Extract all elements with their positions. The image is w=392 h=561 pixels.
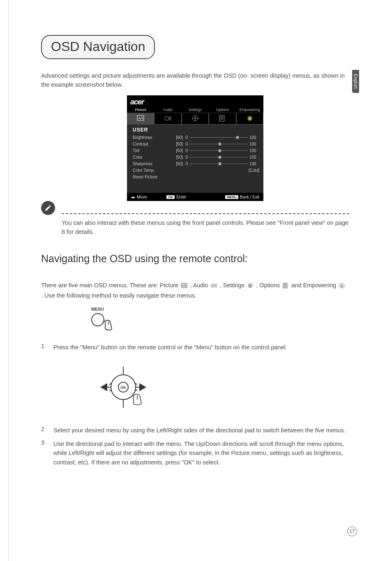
subheading: Navigating the OSD using the remote cont…: [41, 253, 349, 265]
directional-pad-figure: OK: [86, 362, 349, 413]
menus-description: There are five main OSD menus. These are…: [41, 281, 349, 300]
osd-row-max: 100: [249, 155, 259, 159]
osd-tab-settings: Settings: [182, 106, 209, 113]
osd-row-min: 0: [183, 155, 188, 159]
empowering-icon: e: [236, 113, 263, 125]
ok-label: OK: [120, 386, 126, 390]
step-1-text: Press the "Menu" button on the remote co…: [53, 343, 349, 352]
audio-icon: [211, 282, 217, 291]
acer-logo: acer: [130, 98, 260, 106]
menu-label: MENU: [91, 307, 349, 312]
note-text: You can also interact with these menus u…: [62, 218, 349, 237]
svg-point-24: [92, 314, 104, 326]
osd-row-label: Brightness: [133, 135, 169, 140]
step-3-number: 3: [41, 439, 47, 467]
osd-tab-empowering: Empowering: [236, 106, 263, 113]
osd-tab-audio: Audio: [154, 106, 181, 113]
osd-slider-row: Brightness[80]0100: [133, 134, 259, 141]
osd-tab-options: Options: [209, 106, 236, 113]
osd-slider-row: Contrast[50]0100: [133, 141, 259, 148]
language-tab: English: [352, 70, 359, 93]
osd-row-value: [50]: [169, 148, 183, 153]
pencil-note-icon: [41, 201, 55, 215]
osd-row-min: 0: [183, 162, 188, 166]
footer-back: Back / Exit: [240, 195, 259, 199]
osd-row-slider: [189, 144, 248, 144]
osd-row-label: Contrast: [133, 142, 169, 146]
osd-slider-row: Sharpness[50]0100: [133, 161, 259, 167]
svg-point-15: [211, 284, 214, 287]
osd-slider-row: Color[50]0100: [133, 154, 259, 161]
section-title-box: OSD Navigation: [41, 35, 155, 59]
footer-move: Move: [137, 195, 147, 199]
osd-row-label: Sharpness: [133, 162, 169, 166]
menu-key-icon: MENU: [225, 195, 238, 199]
osd-tab-picture: Picture: [127, 106, 154, 113]
step-3: 3 Use the directional pad to interact wi…: [41, 439, 349, 467]
svg-marker-30: [101, 384, 107, 390]
page-left-rule: [8, 0, 9, 561]
osd-row-slider: [189, 157, 248, 157]
osd-text-row: Reset Picture: [133, 174, 259, 180]
osd-row-value: [50]: [169, 162, 183, 166]
osd-row-max: 100: [249, 148, 259, 153]
settings-icon: [247, 282, 254, 291]
intro-text: Advanced settings and picture adjustment…: [41, 72, 349, 90]
press-menu-icon: [90, 312, 123, 332]
svg-rect-14: [181, 283, 187, 288]
svg-text:e: e: [249, 116, 251, 121]
osd-row-min: 0: [183, 135, 188, 140]
osd-row-max: 100: [249, 135, 259, 140]
osd-row-value: [50]: [169, 142, 183, 146]
osd-row-label: Color Temp: [133, 168, 169, 173]
osd-row-min: 0: [183, 142, 188, 146]
osd-slider-row: Tint[50]0100: [133, 148, 259, 154]
note-box: You can also interact with these menus u…: [41, 213, 349, 237]
options-icon: [209, 113, 236, 125]
step-1: 1 Press the "Menu" button on the remote …: [41, 343, 349, 352]
osd-section: USER: [133, 127, 259, 133]
osd-text-row: Color Temp[Cold]: [133, 167, 259, 174]
note-divider: [62, 213, 349, 214]
options-icon: [282, 282, 289, 291]
osd-row-slider: [189, 164, 248, 164]
svg-rect-8: [219, 115, 224, 121]
osd-row-slider: [189, 150, 248, 151]
osd-row-value: [50]: [169, 155, 183, 159]
osd-row-right: [Cold]: [249, 168, 259, 173]
section-title: OSD Navigation: [51, 39, 145, 54]
footer-enter: Enter: [176, 195, 186, 199]
osd-screenshot: acer Picture Audio Settings Options Empo…: [127, 95, 263, 201]
ok-key-icon: OK: [166, 195, 175, 199]
osd-row-min: 0: [183, 148, 188, 153]
page-number: 17: [347, 526, 357, 536]
step-3-text: Use the directional pad to interact with…: [53, 439, 349, 467]
audio-icon: [154, 113, 181, 125]
osd-row-slider: [189, 137, 248, 138]
osd-row-label: Color: [133, 155, 169, 159]
osd-row-max: 100: [249, 162, 259, 166]
picture-icon: [127, 113, 154, 125]
step-1-number: 1: [41, 343, 47, 352]
step-2-number: 2: [41, 426, 47, 435]
empowering-icon: e: [339, 282, 345, 291]
svg-point-17: [249, 285, 251, 286]
settings-icon: [182, 113, 209, 125]
osd-row-label: Reset Picture: [133, 175, 169, 179]
svg-point-3: [194, 118, 196, 119]
step-2: 2 Select your desired menu by using the …: [41, 426, 349, 435]
picture-icon: [181, 282, 187, 291]
osd-row-label: Tint: [133, 148, 169, 153]
svg-rect-0: [137, 115, 144, 120]
osd-row-max: 100: [249, 142, 259, 146]
svg-point-1: [165, 116, 169, 120]
osd-row-value: [80]: [169, 135, 183, 140]
menu-button-figure: MENU: [90, 307, 349, 334]
svg-marker-31: [140, 384, 145, 390]
arrow-lr-icon: ◂▸: [131, 195, 135, 199]
step-2-text: Select your desired menu by using the Le…: [53, 426, 349, 435]
page-content: OSD Navigation Advanced settings and pic…: [41, 35, 349, 467]
svg-text:e: e: [341, 284, 343, 288]
